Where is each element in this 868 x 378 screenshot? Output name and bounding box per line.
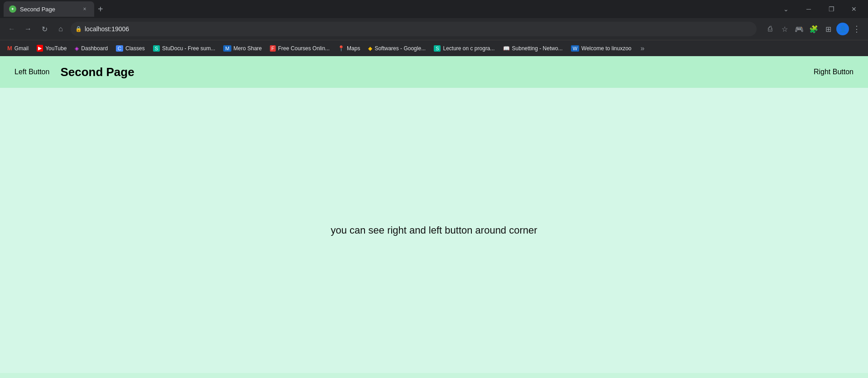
bookmark-subnet-label: Subnetting - Netwo... [512,45,563,52]
bookmark-gmail-icon: M [7,45,12,52]
bookmark-classes[interactable]: C Classes [112,43,149,53]
new-tab-button[interactable]: + [94,3,107,15]
menu-button[interactable]: ⋮ [851,22,863,36]
bookmark-dashboard-label: Dashboard [81,45,108,52]
bookmark-youtube-icon: ▶ [37,45,43,52]
lock-icon: 🔒 [75,26,82,32]
extension1-button[interactable]: 🎮 [793,23,806,35]
tab-title: Second Page [20,6,77,13]
active-tab[interactable]: ✦ Second Page × [4,1,94,17]
bookmark-classes-icon: C [116,45,123,52]
bookmark-free[interactable]: F Free Courses Onlin... [266,43,333,53]
bookmark-button[interactable]: ☆ [778,23,791,35]
browser-chrome: ✦ Second Page × + ⌄ ─ ❐ ✕ ← → ↻ ⌂ 🔒 loca… [0,0,868,56]
bookmark-software[interactable]: ◆ Softwares - Google... [364,43,429,53]
tab-favicon: ✦ [9,5,16,13]
app-navbar: Left Button Second Page Right Button [0,56,868,88]
tab-close-button[interactable]: × [81,5,89,13]
bookmark-lecture-label: Lecture on c progra... [443,45,494,52]
reload-button[interactable]: ↻ [38,23,51,35]
content-description: you can see right and left button around… [331,225,537,236]
profile-button[interactable]: 👤 [836,23,849,35]
sidebar-button[interactable]: ⊞ [822,23,834,35]
bookmark-dashboard-icon: ◈ [75,45,79,52]
url-bar-container[interactable]: 🔒 localhost:19006 [71,22,757,36]
share-button[interactable]: ⎙ [764,23,777,35]
page-title: Second Page [60,65,134,79]
bookmark-studocu-icon: S [153,45,160,52]
url-display: localhost:19006 [85,25,752,33]
home-button[interactable]: ⌂ [54,23,67,35]
bookmark-mero-label: Mero Share [234,45,262,52]
bookmark-dashboard[interactable]: ◈ Dashboard [71,43,111,53]
bookmark-youtube-label: YouTube [45,45,67,52]
bookmarks-bar: M Gmail ▶ YouTube ◈ Dashboard C Classes … [0,40,868,56]
bookmark-software-label: Softwares - Google... [374,45,426,52]
bookmark-lecture-icon: S [434,45,441,52]
minimize-button[interactable]: ─ [798,2,819,16]
bookmark-welcome-label: Welcome to linuxzoo [581,45,632,52]
title-bar: ✦ Second Page × + ⌄ ─ ❐ ✕ [0,0,868,18]
tab-list-button[interactable]: ⌄ [776,2,796,16]
address-bar: ← → ↻ ⌂ 🔒 localhost:19006 ⎙ ☆ 🎮 🧩 ⊞ 👤 ⋮ [0,18,868,40]
left-button[interactable]: Left Button [9,64,55,80]
window-controls: ⌄ ─ ❐ ✕ [776,2,864,16]
main-content: you can see right and left button around… [0,88,868,373]
bookmark-classes-label: Classes [125,45,145,52]
bookmarks-more-button[interactable]: » [638,43,647,53]
bookmark-studocu[interactable]: S StuDocu - Free sum... [149,43,219,53]
forward-button[interactable]: → [22,23,34,35]
bookmark-maps-icon: 📍 [338,45,345,52]
bookmark-welcome-icon: W [571,45,579,52]
back-button[interactable]: ← [5,23,18,35]
right-button[interactable]: Right Button [808,64,859,80]
bookmark-maps-label: Maps [347,45,360,52]
bookmark-lecture[interactable]: S Lecture on c progra... [430,43,498,53]
bookmark-free-label: Free Courses Onlin... [278,45,330,52]
bookmark-software-icon: ◆ [368,45,372,52]
maximize-button[interactable]: ❐ [821,2,842,16]
bookmark-subnet-icon: 📖 [503,45,510,52]
bookmark-welcome[interactable]: W Welcome to linuxzoo [567,43,635,53]
bookmark-studocu-label: StuDocu - Free sum... [162,45,215,52]
bookmark-subnet[interactable]: 📖 Subnetting - Netwo... [499,43,566,53]
bookmark-mero[interactable]: M Mero Share [220,43,265,53]
bookmark-mero-icon: M [223,45,231,52]
bookmark-maps[interactable]: 📍 Maps [334,43,364,53]
toolbar-icons: ⎙ ☆ 🎮 🧩 ⊞ 👤 ⋮ [764,22,863,36]
bookmark-youtube[interactable]: ▶ YouTube [33,43,70,53]
puzzle-button[interactable]: 🧩 [807,23,820,35]
bookmark-gmail[interactable]: M Gmail [4,43,32,53]
close-button[interactable]: ✕ [844,2,864,16]
app-container: Left Button Second Page Right Button you… [0,56,868,373]
tab-bar: ✦ Second Page × + [4,1,776,17]
bookmark-gmail-label: Gmail [14,45,29,52]
bookmark-free-icon: F [270,45,276,52]
